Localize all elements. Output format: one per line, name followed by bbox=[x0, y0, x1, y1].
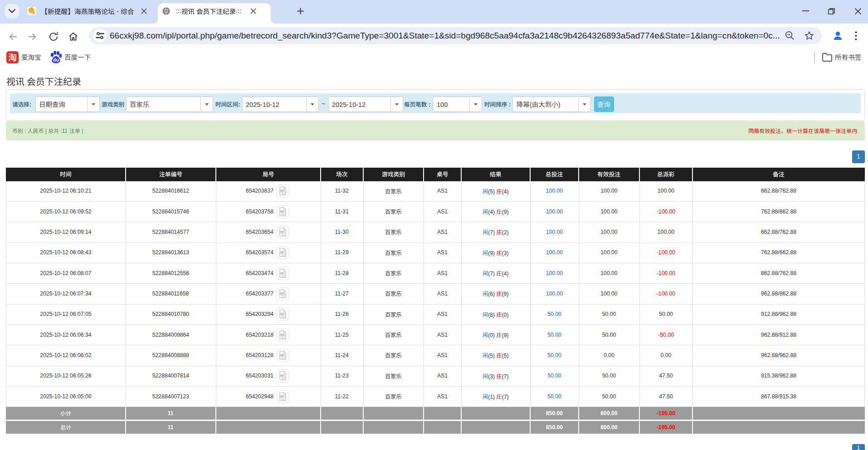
svg-text::: : bbox=[427, 102, 430, 108]
svg-text::11: :11 bbox=[59, 128, 68, 134]
svg-text:100: 100 bbox=[437, 101, 448, 108]
svg-text::: : bbox=[238, 102, 240, 108]
svg-text:(3): (3) bbox=[488, 373, 496, 379]
svg-text:(5): (5) bbox=[502, 353, 509, 359]
svg-text:(4): (4) bbox=[502, 271, 509, 277]
svg-text:(9): (9) bbox=[502, 291, 509, 297]
svg-text:(1): (1) bbox=[488, 394, 496, 400]
svg-text:(0): (0) bbox=[488, 332, 496, 339]
svg-text:|: | bbox=[44, 128, 48, 134]
svg-text::: : bbox=[507, 102, 511, 108]
svg-text:(3): (3) bbox=[502, 250, 509, 256]
svg-text:): ) bbox=[558, 101, 560, 108]
svg-text:(5): (5) bbox=[488, 353, 496, 359]
svg-text:|: | bbox=[80, 128, 83, 134]
svg-text:(2): (2) bbox=[502, 229, 509, 236]
svg-text:(8): (8) bbox=[488, 311, 496, 318]
svg-text:(7): (7) bbox=[488, 229, 496, 236]
svg-text:2025-10-12: 2025-10-12 bbox=[246, 101, 279, 108]
svg-text::: : bbox=[23, 128, 27, 134]
svg-text:2025-10-12: 2025-10-12 bbox=[332, 101, 366, 108]
svg-text:(6): (6) bbox=[488, 291, 496, 297]
svg-text:(7): (7) bbox=[502, 394, 509, 400]
svg-text:(9): (9) bbox=[502, 209, 509, 215]
svg-text:(9): (9) bbox=[502, 332, 509, 339]
svg-text:(0): (0) bbox=[502, 311, 509, 318]
svg-text:(9): (9) bbox=[488, 250, 496, 256]
svg-text:(7): (7) bbox=[488, 271, 496, 277]
svg-text:(4): (4) bbox=[488, 209, 496, 215]
svg-text::: : bbox=[29, 102, 31, 108]
svg-text:(7): (7) bbox=[502, 373, 509, 379]
svg-text:(5): (5) bbox=[488, 188, 496, 194]
svg-text:du: du bbox=[53, 57, 59, 63]
svg-text:(: ( bbox=[530, 101, 532, 108]
svg-text:(4): (4) bbox=[502, 188, 509, 194]
